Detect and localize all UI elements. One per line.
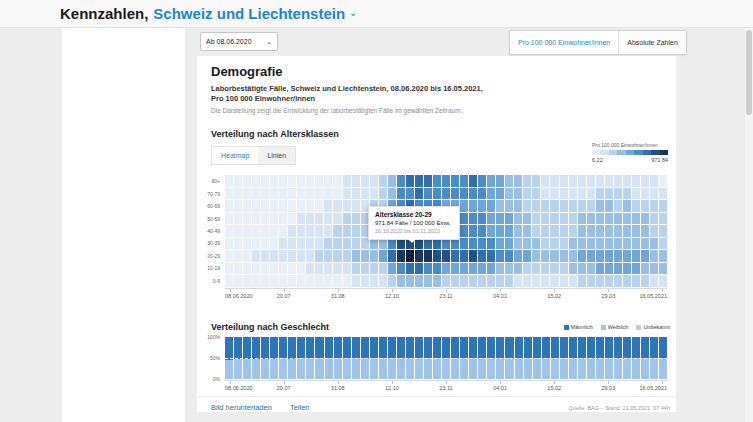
heatmap-cell[interactable] xyxy=(297,275,305,287)
heatmap-cell[interactable] xyxy=(315,275,323,287)
heatmap-cell[interactable] xyxy=(370,175,378,187)
heatmap-cell[interactable] xyxy=(469,175,477,187)
heatmap-cell[interactable] xyxy=(541,175,549,187)
tab-linien[interactable]: Linien xyxy=(258,147,295,164)
heatmap-cell[interactable] xyxy=(225,188,233,200)
heatmap-cell[interactable] xyxy=(297,188,305,200)
heatmap-cell[interactable] xyxy=(270,188,278,200)
heatmap-cell[interactable] xyxy=(261,213,269,225)
heatmap-cell[interactable] xyxy=(279,200,287,212)
heatmap-cell[interactable] xyxy=(261,250,269,262)
download-image-link[interactable]: Bild herunterladen xyxy=(211,403,272,412)
heatmap-cell[interactable] xyxy=(279,250,287,262)
heatmap-cell[interactable] xyxy=(578,263,586,275)
heatmap-cell[interactable] xyxy=(315,188,323,200)
heatmap-cell[interactable] xyxy=(324,188,332,200)
heatmap-cell[interactable] xyxy=(243,188,251,200)
heatmap-cell[interactable] xyxy=(496,175,504,187)
gender-bar[interactable] xyxy=(551,337,559,379)
heatmap-cell[interactable] xyxy=(541,250,549,262)
heatmap-cell[interactable] xyxy=(451,175,459,187)
gender-bar[interactable] xyxy=(451,337,459,379)
heatmap-cell[interactable] xyxy=(379,188,387,200)
heatmap-cell[interactable] xyxy=(496,213,504,225)
heatmap-cell[interactable] xyxy=(641,200,649,212)
gender-bar[interactable] xyxy=(641,337,649,379)
heatmap-cell[interactable] xyxy=(261,275,269,287)
heatmap-cell[interactable] xyxy=(324,238,332,250)
heatmap-cell[interactable] xyxy=(279,238,287,250)
heatmap-cell[interactable] xyxy=(487,275,495,287)
heatmap-cell[interactable] xyxy=(614,275,622,287)
heatmap-cell[interactable] xyxy=(469,263,477,275)
heatmap-cell[interactable] xyxy=(523,250,531,262)
gender-bar[interactable] xyxy=(361,337,369,379)
heatmap-cell[interactable] xyxy=(252,200,260,212)
gender-bar[interactable] xyxy=(605,337,613,379)
heatmap-cell[interactable] xyxy=(306,213,314,225)
heatmap-cell[interactable] xyxy=(234,200,242,212)
heatmap-cell[interactable] xyxy=(225,263,233,275)
gender-bar[interactable] xyxy=(587,337,595,379)
heatmap-cell[interactable] xyxy=(297,238,305,250)
heatmap-cell[interactable] xyxy=(415,188,423,200)
heatmap-cell[interactable] xyxy=(550,188,558,200)
heatmap-cell[interactable] xyxy=(487,263,495,275)
heatmap-cell[interactable] xyxy=(469,200,477,212)
heatmap-cell[interactable] xyxy=(541,263,549,275)
heatmap-cell[interactable] xyxy=(659,225,667,237)
heatmap-cell[interactable] xyxy=(261,188,269,200)
heatmap-cell[interactable] xyxy=(505,213,513,225)
heatmap-cell[interactable] xyxy=(478,175,486,187)
heatmap-cell[interactable] xyxy=(478,238,486,250)
heatmap-cell[interactable] xyxy=(270,238,278,250)
heatmap-cell[interactable] xyxy=(279,275,287,287)
heatmap-cell[interactable] xyxy=(343,250,351,262)
heatmap-cell[interactable] xyxy=(541,275,549,287)
heatmap-cell[interactable] xyxy=(388,263,396,275)
heatmap-cell[interactable] xyxy=(505,200,513,212)
heatmap-cell[interactable] xyxy=(587,250,595,262)
toggle-absolute[interactable]: Absolute Zahlen xyxy=(618,31,686,54)
heatmap-cell[interactable] xyxy=(632,213,640,225)
heatmap-cell[interactable] xyxy=(460,250,468,262)
gender-bar[interactable] xyxy=(225,337,233,379)
heatmap-cell[interactable] xyxy=(569,175,577,187)
heatmap-cell[interactable] xyxy=(397,263,405,275)
heatmap-cell[interactable] xyxy=(523,263,531,275)
heatmap-cell[interactable] xyxy=(560,275,568,287)
gender-bar[interactable] xyxy=(370,337,378,379)
heatmap-cell[interactable] xyxy=(560,200,568,212)
date-filter-dropdown[interactable]: Ab 08.06.2020 ⌄ xyxy=(200,32,278,51)
heatmap-cell[interactable] xyxy=(541,213,549,225)
heatmap-cell[interactable] xyxy=(560,225,568,237)
heatmap-cell[interactable] xyxy=(614,175,622,187)
heatmap-cell[interactable] xyxy=(632,238,640,250)
heatmap-cell[interactable] xyxy=(596,275,604,287)
heatmap-cell[interactable] xyxy=(596,200,604,212)
gender-bar[interactable] xyxy=(315,337,323,379)
gender-bar[interactable] xyxy=(542,337,550,379)
heatmap-cell[interactable] xyxy=(343,188,351,200)
heatmap-cell[interactable] xyxy=(659,250,667,262)
heatmap-cell[interactable] xyxy=(324,213,332,225)
heatmap-cell[interactable] xyxy=(569,200,577,212)
gender-bar[interactable] xyxy=(533,337,541,379)
heatmap-cell[interactable] xyxy=(352,250,360,262)
heatmap-cell[interactable] xyxy=(379,263,387,275)
heatmap-cell[interactable] xyxy=(460,263,468,275)
gender-bar[interactable] xyxy=(352,337,360,379)
heatmap-cell[interactable] xyxy=(234,238,242,250)
heatmap-cell[interactable] xyxy=(523,225,531,237)
heatmap-cell[interactable] xyxy=(460,175,468,187)
heatmap-cell[interactable] xyxy=(650,213,658,225)
heatmap-cell[interactable] xyxy=(433,175,441,187)
heatmap-cell[interactable] xyxy=(469,250,477,262)
heatmap-cell[interactable] xyxy=(460,188,468,200)
heatmap-cell[interactable] xyxy=(532,200,540,212)
heatmap-cell[interactable] xyxy=(306,275,314,287)
heatmap-cell[interactable] xyxy=(550,250,558,262)
heatmap-cell[interactable] xyxy=(505,238,513,250)
heatmap-cell[interactable] xyxy=(632,225,640,237)
heatmap-cell[interactable] xyxy=(560,188,568,200)
